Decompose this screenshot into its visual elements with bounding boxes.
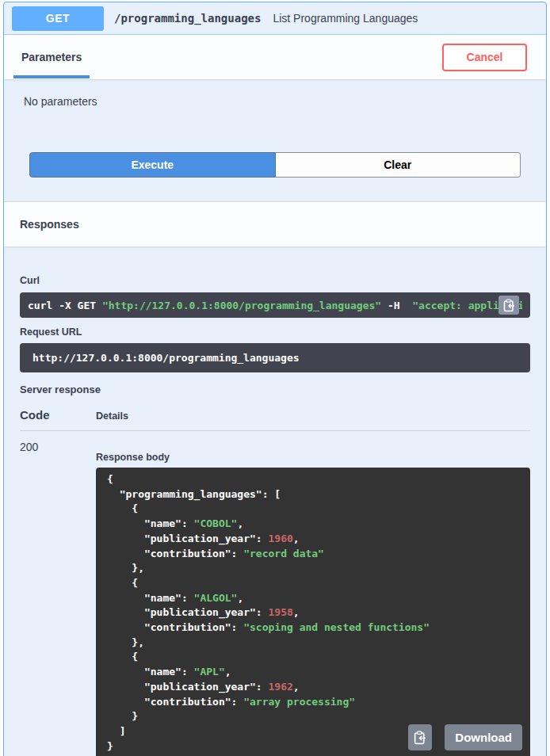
- parameters-header: Parameters Cancel: [4, 35, 546, 79]
- cancel-button[interactable]: Cancel: [442, 44, 527, 71]
- response-body-pre: { "programming_languages": [ { "name": "…: [107, 472, 519, 754]
- parameters-tab-label: Parameters: [21, 51, 82, 63]
- curl-command-bar: curl -X GET "http://127.0.0.1:8000/progr…: [20, 292, 530, 318]
- execute-button-group: Execute Clear: [20, 152, 530, 178]
- response-body-controls: Download: [408, 724, 522, 750]
- server-response-table: Code Details 200 Response body { "progra…: [20, 408, 530, 756]
- request-url-value: http://127.0.0.1:8000/programming_langua…: [32, 352, 300, 364]
- request-url-bar: http://127.0.0.1:8000/programming_langua…: [20, 343, 530, 372]
- execute-button[interactable]: Execute: [29, 152, 276, 178]
- parameters-body: No parameters Execute Clear: [4, 79, 546, 201]
- status-code: 200: [20, 441, 96, 756]
- response-body-code: { "programming_languages": [ { "name": "…: [107, 473, 430, 752]
- method-badge: GET: [12, 6, 104, 31]
- curl-label: Curl: [20, 275, 530, 286]
- clipboard-copy-icon: [503, 299, 515, 312]
- operation-description: List Programming Languages: [273, 12, 418, 25]
- request-url-label: Request URL: [20, 326, 530, 338]
- curl-command-text: curl -X GET "http://127.0.0.1:8000/progr…: [28, 300, 522, 311]
- operation-panel: GET /programming_languages List Programm…: [3, 2, 547, 756]
- active-tab-underline: [13, 75, 90, 78]
- copy-response-button[interactable]: [408, 724, 432, 750]
- server-response-label: Server response: [20, 384, 530, 395]
- response-details: Response body { "programming_languages":…: [96, 441, 530, 756]
- details-column-header: Details: [96, 410, 128, 422]
- clipboard-copy-icon: [414, 731, 426, 745]
- table-divider: [20, 430, 530, 431]
- responses-header: Responses: [4, 201, 546, 246]
- response-body-block: { "programming_languages": [ { "name": "…: [96, 468, 530, 756]
- code-column-header: Code: [20, 408, 96, 422]
- operation-path: /programming_languages: [114, 12, 261, 25]
- response-table-header: Code Details: [20, 408, 530, 422]
- response-body-label: Response body: [96, 452, 530, 463]
- operation-summary[interactable]: GET /programming_languages List Programm…: [4, 2, 546, 35]
- responses-title: Responses: [20, 218, 79, 231]
- download-button[interactable]: Download: [445, 724, 522, 750]
- clear-button[interactable]: Clear: [276, 152, 521, 178]
- no-parameters-text: No parameters: [20, 95, 530, 108]
- responses-body: Curl curl -X GET "http://127.0.0.1:8000/…: [4, 275, 546, 756]
- copy-curl-button[interactable]: [498, 296, 519, 315]
- response-row-200: 200 Response body { "programming_languag…: [20, 441, 530, 756]
- tab-parameters[interactable]: Parameters: [13, 35, 90, 79]
